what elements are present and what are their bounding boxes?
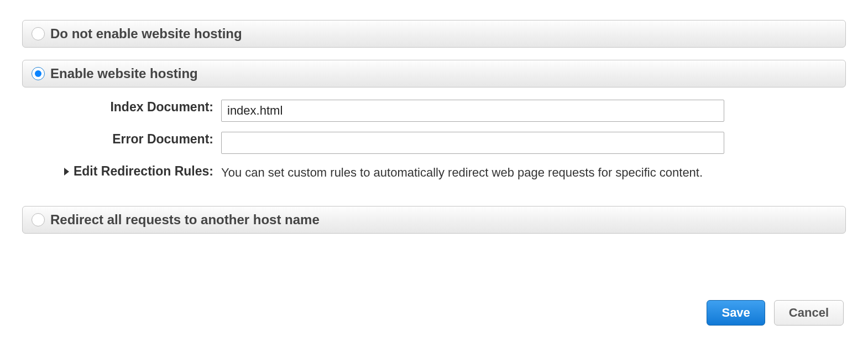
- radio-icon: [32, 67, 45, 80]
- footer-actions: Save Cancel: [22, 300, 846, 326]
- row-error-document: Error Document:: [22, 132, 846, 154]
- error-document-input[interactable]: [221, 132, 724, 154]
- row-index-document: Index Document:: [22, 100, 846, 122]
- option-do-not-enable[interactable]: Do not enable website hosting: [22, 20, 846, 48]
- disclosure-triangle-icon[interactable]: [64, 168, 69, 176]
- row-redirection-rules: Edit Redirection Rules: You can set cust…: [22, 164, 846, 182]
- redirection-rules-helper: You can set custom rules to automaticall…: [221, 164, 708, 182]
- option-label: Enable website hosting: [50, 66, 198, 81]
- hosting-settings-panel: Do not enable website hosting Enable web…: [0, 0, 868, 337]
- option-redirect-all[interactable]: Redirect all requests to another host na…: [22, 206, 846, 234]
- index-document-input[interactable]: [221, 100, 724, 122]
- radio-icon: [32, 213, 45, 226]
- save-button[interactable]: Save: [707, 300, 765, 326]
- cancel-button[interactable]: Cancel: [774, 300, 844, 326]
- option-label: Redirect all requests to another host na…: [50, 212, 320, 228]
- label-error-document: Error Document:: [112, 132, 213, 147]
- option-enable-hosting[interactable]: Enable website hosting: [22, 60, 846, 87]
- enable-hosting-details: Index Document: Error Document: Edit Red…: [22, 100, 846, 206]
- label-redirection-rules[interactable]: Edit Redirection Rules:: [74, 164, 213, 179]
- label-index-document: Index Document:: [110, 100, 213, 115]
- radio-icon: [32, 27, 45, 40]
- option-label: Do not enable website hosting: [50, 26, 242, 42]
